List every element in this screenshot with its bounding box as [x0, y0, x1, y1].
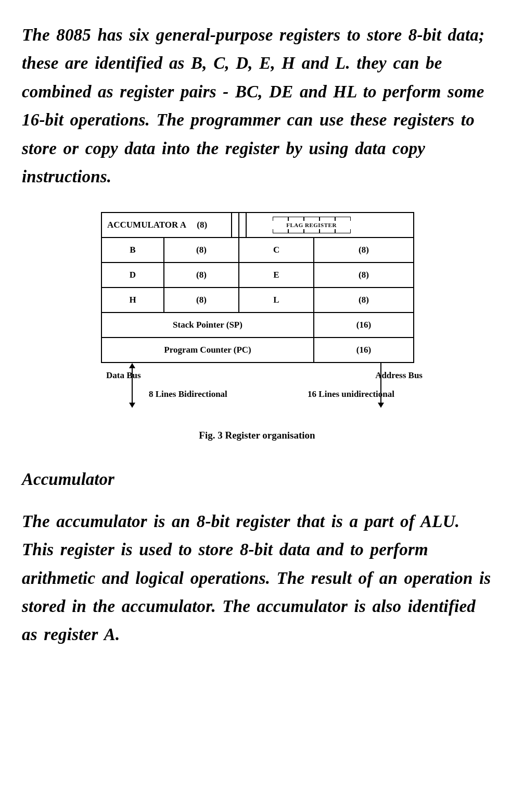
register-diagram: ACCUMULATOR A (8): [101, 212, 413, 441]
reg-d-bits: (8): [164, 263, 239, 288]
figure-caption: Fig. 3 Register organisation: [101, 430, 413, 441]
accumulator-paragraph: The accumulator is an 8-bit register tha…: [22, 507, 492, 649]
intro-paragraph: The 8085 has six general-purpose registe…: [22, 21, 492, 191]
row-de: D (8) E (8): [101, 263, 414, 288]
flag-top-ticks-icon: [273, 217, 351, 221]
accumulator-heading: Accumulator: [22, 470, 492, 489]
accumulator-cell: ACCUMULATOR A (8): [101, 213, 232, 238]
accumulator-label: ACCUMULATOR A: [107, 220, 186, 230]
pc-bits: (16): [314, 338, 414, 363]
row-bc: B (8) C (8): [101, 238, 414, 263]
reg-b-bits: (8): [164, 238, 239, 263]
reg-h-bits: (8): [164, 288, 239, 313]
reg-c-name: C: [239, 238, 314, 263]
reg-h-name: H: [101, 288, 164, 313]
flag-register-label: FLAG REGISTER: [286, 222, 337, 228]
reg-e-name: E: [239, 263, 314, 288]
bus-area: Data Bus Address Bus 8 Lines Bidirection…: [101, 363, 413, 415]
pc-label: Program Counter (PC): [101, 338, 314, 363]
accumulator-bits: (8): [197, 220, 207, 230]
reg-e-bits: (8): [314, 263, 414, 288]
lines-bidirectional-label: 8 Lines Bidirectional: [149, 389, 227, 399]
reg-l-bits: (8): [314, 288, 414, 313]
row-hl: H (8) L (8): [101, 288, 414, 313]
flag-register-cell: FLAG REGISTER: [246, 213, 376, 238]
row-pc: Program Counter (PC) (16): [101, 338, 414, 363]
data-bus-arrow-icon: [128, 363, 136, 408]
svg-marker-15: [129, 363, 135, 368]
row-sp: Stack Pointer (SP) (16): [101, 313, 414, 338]
reg-l-name: L: [239, 288, 314, 313]
row-accumulator-flag: ACCUMULATOR A (8): [101, 213, 414, 238]
flag-spacer: [376, 213, 414, 238]
reg-d-name: D: [101, 263, 164, 288]
acc-divider-2: [239, 213, 246, 238]
flag-bottom-ticks-icon: [273, 229, 351, 233]
reg-c-bits: (8): [314, 238, 414, 263]
svg-marker-18: [378, 403, 384, 408]
reg-b-name: B: [101, 238, 164, 263]
acc-divider-1: [232, 213, 239, 238]
svg-marker-16: [129, 403, 135, 408]
sp-bits: (16): [314, 313, 414, 338]
sp-label: Stack Pointer (SP): [101, 313, 314, 338]
address-bus-arrow-icon: [377, 363, 385, 408]
register-table: ACCUMULATOR A (8): [101, 212, 414, 363]
